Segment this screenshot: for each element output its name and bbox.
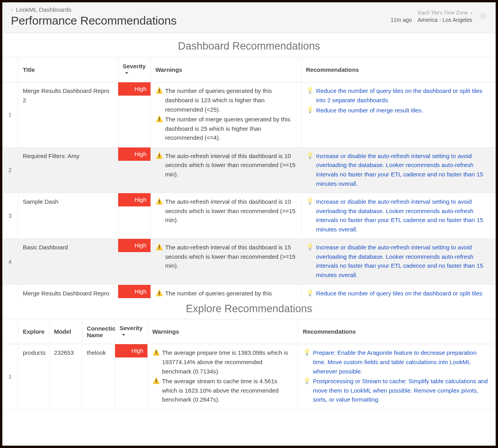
cell-severity: High — [118, 193, 151, 239]
row-number: 1 — [2, 82, 18, 147]
row-number: 2 — [2, 147, 18, 193]
col-recommendations[interactable]: Recommendations — [301, 57, 496, 82]
cell-explore[interactable]: products — [18, 344, 49, 409]
cell-recommendations: 💡Increase or disable the auto-refresh in… — [301, 193, 496, 239]
col-recommendations[interactable]: Recommendations — [298, 319, 496, 344]
gear-icon[interactable] — [479, 12, 487, 21]
refresh-age: 11m ago — [391, 17, 412, 23]
recommendation-link[interactable]: Postprocessing or Stream to cache: Simpl… — [313, 377, 491, 404]
recommendation-link[interactable]: Increase or disable the auto-refresh int… — [316, 243, 491, 279]
warning-icon: ⚠️ — [156, 115, 163, 123]
severity-badge: High — [118, 193, 151, 206]
cell-title[interactable]: Basic Dashboard — [18, 239, 118, 284]
cell-title[interactable]: Merge Results Dashboard Repro 2 — [18, 82, 118, 147]
table-row: 4Basic DashboardHigh⚠️The auto-refresh i… — [2, 239, 496, 284]
lightbulb-icon: 💡 — [306, 289, 314, 297]
cell-warnings: ⚠️The auto-refresh interval of this dash… — [151, 239, 301, 284]
warning-item: ⚠️The auto-refresh interval of this dash… — [156, 151, 296, 179]
table-header-row: Explore Model Connection Name Severity W… — [2, 319, 496, 344]
row-number: 1 — [2, 344, 18, 409]
section-title-dashboard: Dashboard Recommendations — [2, 40, 496, 52]
chevron-down-icon: ▾ — [469, 11, 472, 15]
cell-recommendations: 💡Prepare: Enable the Aragonite feature t… — [298, 344, 496, 409]
col-connection[interactable]: Connection Name — [82, 319, 115, 344]
table-header-row: Title Severity Warnings Recommendations — [2, 57, 496, 82]
table-row: 3Sample DashHigh⚠️The auto-refresh inter… — [2, 193, 496, 239]
cell-warnings: ⚠️The average prepare time is 1383.098s … — [147, 344, 298, 409]
warning-icon: ⚠️ — [156, 86, 163, 94]
row-number: 4 — [2, 239, 18, 284]
cell-title[interactable]: Merge Results Dashboard Repro — [18, 284, 118, 299]
col-model[interactable]: Model — [49, 319, 82, 344]
severity-badge: High — [115, 344, 147, 357]
cell-connection: thelook — [82, 344, 115, 409]
section-title-explore: Explore Recommendations — [2, 303, 496, 315]
cell-severity: High — [118, 239, 151, 284]
recommendation-link[interactable]: Reduce the number of merge result tiles. — [316, 106, 423, 115]
cell-model: 232653 — [49, 344, 82, 409]
recommendation-item: 💡Reduce the number of merge result tiles… — [306, 106, 491, 115]
warning-icon: ⚠️ — [156, 151, 163, 160]
col-severity[interactable]: Severity — [115, 319, 147, 344]
chevron-down-icon — [124, 70, 129, 76]
table-row: 2Required Filters: AmyHigh⚠️The auto-ref… — [2, 147, 496, 193]
recommendation-item: 💡Increase or disable the auto-refresh in… — [306, 151, 491, 188]
dashboard-recommendations-table: Title Severity Warnings Recommendations … — [2, 57, 496, 299]
cell-severity: High — [118, 147, 151, 193]
warning-item: ⚠️The auto-refresh interval of this dash… — [156, 197, 296, 225]
row-number: 5 — [2, 284, 18, 299]
col-warnings[interactable]: Warnings — [147, 319, 298, 344]
cell-severity: High — [118, 82, 151, 147]
severity-badge: High — [118, 82, 151, 96]
col-warnings[interactable]: Warnings — [151, 57, 301, 82]
recommendation-item: 💡Increase or disable the auto-refresh in… — [306, 243, 491, 279]
row-number: 3 — [2, 193, 18, 239]
lightbulb-icon: 💡 — [306, 151, 314, 160]
recommendation-link[interactable]: Increase or disable the auto-refresh int… — [316, 151, 491, 188]
lightbulb-icon: 💡 — [306, 106, 314, 114]
col-explore[interactable]: Explore — [18, 319, 49, 344]
severity-badge: High — [118, 148, 151, 161]
table-row: 1Merge Results Dashboard Repro 2High⚠️Th… — [2, 82, 496, 147]
svg-point-0 — [482, 15, 484, 17]
cell-title[interactable]: Sample Dash — [18, 193, 118, 239]
timezone-scope[interactable]: Each Tile's Time Zone ▾ — [391, 9, 472, 16]
col-severity[interactable]: Severity — [118, 57, 151, 82]
warning-icon: ⚠️ — [156, 197, 163, 205]
cell-severity: High — [118, 284, 151, 299]
lightbulb-icon: 💡 — [303, 348, 311, 357]
cell-warnings: ⚠️The auto-refresh interval of this dash… — [151, 193, 301, 239]
lightbulb-icon: 💡 — [303, 377, 311, 385]
cell-title[interactable]: Required Filters: Amy — [18, 147, 118, 193]
cell-warnings: ⚠️The number of queries generated by thi… — [151, 82, 301, 147]
explore-recommendations-table: Explore Model Connection Name Severity W… — [2, 319, 496, 409]
chevron-right-icon: › — [11, 7, 13, 13]
cell-severity: High — [115, 344, 147, 409]
severity-badge: High — [118, 285, 151, 298]
recommendation-link[interactable]: Prepare: Enable the Aragonite feature to… — [313, 348, 491, 376]
chevron-down-icon — [121, 332, 126, 338]
table-row: 1products232653thelookHigh⚠️The average … — [2, 344, 496, 409]
col-title[interactable]: Title — [18, 57, 118, 82]
warning-item: ⚠️The number of queries generated by thi… — [156, 86, 296, 114]
recommendation-link[interactable]: Reduce the number of query tiles on the … — [316, 289, 491, 299]
warning-item: ⚠️The average stream to cache time is 4.… — [152, 377, 293, 404]
cell-recommendations: 💡Increase or disable the auto-refresh in… — [301, 239, 496, 284]
lightbulb-icon: 💡 — [306, 243, 314, 251]
recommendation-item: 💡Prepare: Enable the Aragonite feature t… — [303, 348, 491, 376]
table-row: 5Merge Results Dashboard ReproHigh⚠️The … — [2, 284, 496, 299]
warning-item: ⚠️The number of queries generated by thi… — [156, 289, 296, 299]
timezone-value: America - Los Angeles — [418, 17, 472, 23]
warning-item: ⚠️The average prepare time is 1383.098s … — [152, 348, 293, 376]
recommendation-link[interactable]: Reduce the number of query tiles on the … — [316, 86, 491, 105]
recommendation-item: 💡Reduce the number of query tiles on the… — [306, 86, 491, 105]
warning-item: ⚠️The auto-refresh interval of this dash… — [156, 243, 296, 270]
cell-warnings: ⚠️The number of queries generated by thi… — [151, 284, 301, 299]
recommendation-link[interactable]: Increase or disable the auto-refresh int… — [316, 197, 491, 234]
breadcrumb-link[interactable]: LookML Dashboards — [16, 6, 71, 13]
lightbulb-icon: 💡 — [306, 86, 314, 95]
warning-icon: ⚠️ — [156, 243, 163, 251]
cell-warnings: ⚠️The auto-refresh interval of this dash… — [151, 147, 301, 193]
header-right: Each Tile's Time Zone ▾ 11m ago · Americ… — [391, 9, 487, 23]
recommendation-item: 💡Increase or disable the auto-refresh in… — [306, 197, 491, 234]
